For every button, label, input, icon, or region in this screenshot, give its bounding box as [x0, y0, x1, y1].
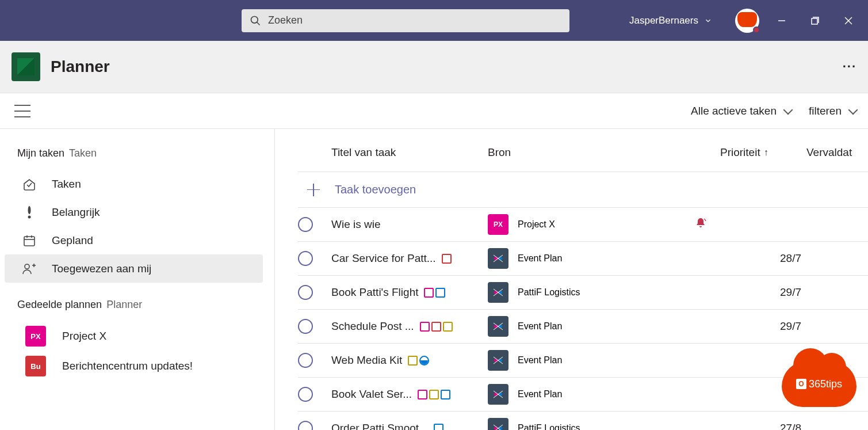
table-row[interactable]: Schedule Post ... Event Plan 29/7: [298, 310, 868, 344]
chevron-down-icon: [848, 105, 858, 115]
task-title: Wie is wie: [331, 218, 488, 231]
task-checkbox[interactable]: [298, 285, 313, 300]
chevron-down-icon: [783, 105, 793, 115]
table-row[interactable]: Car Service for Patt... Event Plan 28/7: [298, 242, 868, 276]
svg-point-28: [499, 359, 502, 362]
planner-app-icon: [12, 52, 40, 81]
urgent-icon: [694, 216, 708, 233]
task-checkbox[interactable]: [298, 353, 313, 368]
category-tag: [419, 356, 429, 366]
sidebar-item-label: Belangrijk: [52, 206, 100, 219]
table-row[interactable]: Book Patti's Flight PattiF Logistics 29/…: [298, 276, 868, 310]
source-badge: [488, 282, 508, 303]
toolbar: Alle actieve taken filteren: [0, 93, 868, 129]
category-tag: [443, 322, 453, 332]
task-checkbox[interactable]: [298, 319, 313, 334]
task-source: PattiF Logistics: [488, 282, 694, 303]
source-badge: PX: [488, 214, 508, 235]
task-list: Titel van taak Bron Prioriteit↑ Vervalda…: [275, 129, 868, 430]
maximize-button[interactable]: [807, 13, 823, 29]
task-checkbox[interactable]: [298, 251, 313, 266]
task-due: 29/7: [780, 286, 801, 299]
sidebar-item-label: Toegewezen aan mij: [52, 262, 151, 275]
plan-badge: Bu: [25, 356, 46, 376]
sidebar-item-belangrijk[interactable]: Belangrijk: [5, 198, 263, 226]
svg-rect-3: [812, 18, 817, 24]
task-title: Order Patti Smoot...: [331, 422, 488, 430]
source-badge: [488, 418, 508, 430]
svg-point-32: [499, 393, 502, 396]
filter-menu[interactable]: filteren: [809, 105, 856, 117]
table-header: Titel van taak Bron Prioriteit↑ Vervalda…: [298, 146, 868, 172]
category-tag: [442, 254, 452, 264]
col-source[interactable]: Bron: [488, 146, 720, 159]
source-badge: [488, 350, 508, 371]
table-row[interactable]: Wie is wie PXProject X: [298, 208, 868, 242]
category-tag: [435, 288, 445, 298]
table-row[interactable]: Order Patti Smoot... PattiF Logistics 27…: [298, 412, 868, 430]
svg-line-1: [257, 22, 260, 25]
sidebar-item-taken[interactable]: Taken: [5, 170, 263, 198]
col-priority[interactable]: Prioriteit↑: [720, 146, 806, 159]
task-priority: [694, 216, 780, 233]
svg-point-31: [494, 393, 498, 396]
sidebar-plan-item[interactable]: BuBerichtencentrum updates!: [5, 351, 263, 381]
hamburger-button[interactable]: [14, 105, 30, 117]
avatar[interactable]: [735, 9, 759, 33]
task-checkbox[interactable]: [298, 421, 313, 430]
presence-badge: [753, 26, 760, 33]
task-checkbox[interactable]: [298, 217, 313, 232]
minimize-button[interactable]: [774, 13, 790, 29]
sidebar-section-shared: Gedeelde plannenPlanner: [17, 299, 263, 311]
svg-point-24: [499, 325, 502, 328]
app-header: Planner ···: [0, 41, 868, 93]
table-row[interactable]: Book Valet Ser... Event Plan: [298, 378, 868, 412]
user-menu[interactable]: JasperBernaers: [629, 9, 759, 33]
sidebar-item-label: Gepland: [52, 234, 93, 247]
active-tasks-filter[interactable]: Alle actieve taken: [691, 105, 791, 117]
calendar-icon: [22, 233, 37, 248]
svg-point-12: [25, 264, 29, 269]
task-source: PattiF Logistics: [488, 418, 694, 430]
search-input[interactable]: [268, 14, 561, 26]
svg-rect-8: [24, 237, 35, 246]
category-tag: [441, 390, 450, 399]
svg-point-35: [494, 427, 498, 430]
task-due: 29/7: [780, 320, 801, 333]
svg-point-23: [494, 325, 498, 328]
home-icon: [22, 177, 37, 192]
title-bar: JasperBernaers: [0, 0, 868, 41]
task-title: Web Media Kit: [331, 354, 488, 367]
sidebar-item-gepland[interactable]: Gepland: [5, 226, 263, 254]
category-tag: [424, 288, 434, 298]
add-task-label: Taak toevoegen: [335, 183, 416, 196]
svg-point-20: [499, 291, 502, 294]
more-button[interactable]: ···: [843, 59, 856, 74]
category-tag: [431, 322, 441, 332]
close-button[interactable]: [840, 13, 856, 29]
user-name: JasperBernaers: [629, 15, 698, 26]
task-title: Book Valet Ser...: [331, 388, 488, 401]
assigned-icon: [22, 261, 37, 276]
app-title: Planner: [51, 58, 110, 76]
sidebar-section-mytasks: Mijn takenTaken: [17, 147, 263, 159]
col-due[interactable]: Vervaldat: [806, 146, 852, 159]
sidebar-item-toegewezen[interactable]: Toegewezen aan mij: [5, 254, 263, 283]
search-box[interactable]: [242, 9, 569, 32]
window-controls: [774, 13, 856, 29]
category-tag: [434, 424, 443, 431]
svg-point-7: [28, 215, 31, 218]
table-row[interactable]: Web Media Kit Event Plan: [298, 344, 868, 378]
task-source: Event Plan: [488, 316, 694, 337]
sidebar-item-label: Taken: [52, 178, 81, 191]
source-badge: [488, 248, 508, 269]
add-task-row[interactable]: Taak toevoegen: [298, 172, 868, 208]
task-title: Car Service for Patt...: [331, 252, 488, 265]
category-tag: [420, 322, 430, 332]
col-title[interactable]: Titel van taak: [331, 146, 488, 159]
task-source: Event Plan: [488, 248, 694, 269]
task-checkbox[interactable]: [298, 387, 313, 402]
sidebar-plan-item[interactable]: PXProject X: [5, 321, 263, 351]
plan-label: Project X: [62, 330, 106, 343]
source-badge: [488, 384, 508, 405]
